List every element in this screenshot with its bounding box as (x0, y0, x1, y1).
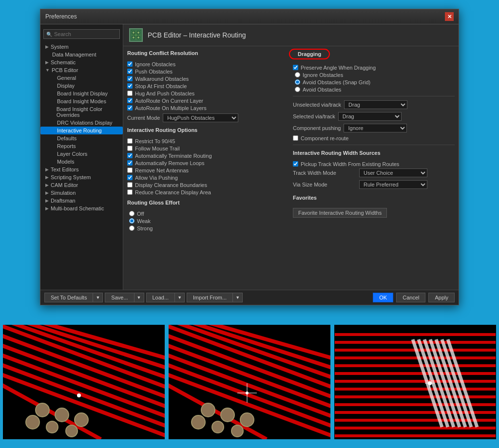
dragging-radio-row-ignore-obs: Ignore Obstacles (293, 71, 455, 78)
save-button[interactable]: Save... (105, 293, 134, 302)
autoroute-multiple-label: AutoRoute On Multiple Layers (135, 105, 207, 111)
unselected-via-row: Unselected via/trackDrag (293, 99, 455, 110)
sidebar-item-data-mgmt[interactable]: Data Management (40, 51, 123, 58)
sidebar-item-defaults[interactable]: Defaults (40, 134, 123, 142)
sidebar-item-schematic[interactable]: ▶Schematic (40, 58, 123, 66)
opt-allow-via-pushing-checkbox[interactable] (127, 175, 133, 180)
autoroute-current-label: AutoRoute On Current Layer (135, 98, 203, 104)
sidebar-item-label: Models (57, 159, 74, 165)
content-title: PCB Editor – Interactive Routing (148, 31, 246, 39)
ignore-obstacles-label: Ignore Obstacles (135, 61, 175, 67)
sidebar-item-board-insight-color[interactable]: Board Insight Color Overrides (40, 105, 123, 119)
sidebar-item-scripting[interactable]: ▶Scripting System (40, 173, 123, 181)
opt-reduce-clearance-checkbox[interactable] (127, 189, 133, 195)
sidebar-item-interactive-routing[interactable]: Interactive Routing (40, 127, 123, 134)
gloss-strong-radio[interactable] (129, 225, 134, 231)
component-reroute-checkbox[interactable] (293, 135, 298, 141)
svg-point-19 (36, 403, 49, 417)
sidebar-item-pcb-editor[interactable]: ▼PCB Editor (40, 66, 123, 74)
sidebar-item-display[interactable]: Display (40, 82, 123, 90)
arrow-icon: ▶ (45, 60, 49, 65)
load-arrow[interactable]: ▼ (174, 293, 185, 302)
preserve-angle-checkbox[interactable] (293, 65, 298, 70)
opt-remove-antennas-checkbox[interactable] (127, 168, 133, 173)
sidebar-item-label: Board Insight Modes (57, 98, 106, 104)
dialog-title: Preferences (45, 13, 77, 20)
svg-point-21 (75, 413, 88, 427)
search-input[interactable] (54, 31, 117, 37)
drag-ignore-obs-radio[interactable] (295, 72, 300, 77)
ok-button[interactable]: OK (373, 293, 393, 302)
favorites-button[interactable]: Favorite Interactive Routing Widths (293, 208, 387, 218)
option-cb-row-auto-remove-loops: Automatically Remove Loops (127, 159, 289, 167)
sidebar-item-label: Multi-board Schematic (51, 205, 104, 211)
opt-auto-terminate-checkbox[interactable] (127, 153, 133, 158)
gloss-weak-radio[interactable] (129, 218, 134, 224)
set-defaults-split: Set To Defaults ▼ (44, 293, 103, 302)
search-box[interactable]: 🔍 (43, 29, 120, 39)
sidebar-item-text-editors[interactable]: ▶Text Editors (40, 166, 123, 173)
arrow-icon: ▶ (45, 206, 49, 211)
dragging-title: Dragging (293, 50, 326, 58)
unselected-via-select[interactable]: Drag (344, 100, 407, 109)
sidebar-item-system[interactable]: ▶System (40, 43, 123, 51)
component-pushing-select[interactable]: Ignore (344, 124, 407, 132)
svg-point-2 (133, 32, 134, 34)
apply-button[interactable]: Apply (428, 293, 455, 302)
import-arrow[interactable]: ▼ (232, 293, 243, 302)
push-obstacles-checkbox[interactable] (127, 69, 133, 74)
save-arrow[interactable]: ▼ (134, 293, 144, 302)
pickup-track-checkbox[interactable] (293, 161, 298, 167)
gloss-radios: OffWeakStrong (127, 210, 289, 232)
drag-avoid-snap-radio[interactable] (295, 79, 300, 85)
options-checkboxes: Restrict To 90/45Follow Mouse TrailAutom… (127, 137, 289, 196)
footer-left: Set To Defaults ▼ Save... ▼ Load... ▼ Im… (44, 293, 243, 302)
sidebar-item-label: Board Insight Display (57, 91, 108, 96)
set-defaults-button[interactable]: Set To Defaults (44, 293, 93, 302)
conflict-cb-row-ignore-obstacles: Ignore Obstacles (127, 60, 289, 68)
sidebar-item-label: Text Editors (51, 167, 78, 172)
gloss-off-radio[interactable] (129, 211, 134, 216)
sidebar: 🔍 ▶SystemData Management▶Schematic▼PCB E… (40, 24, 123, 290)
close-button[interactable]: ✕ (445, 12, 454, 21)
sidebar-item-board-insight-modes[interactable]: Board Insight Modes (40, 97, 123, 105)
cancel-button[interactable]: Cancel (396, 293, 425, 302)
sidebar-item-cam-editor[interactable]: ▶CAM Editor (40, 181, 123, 189)
svg-point-20 (55, 408, 69, 422)
hug-push-checkbox[interactable] (127, 91, 133, 96)
sidebar-item-general[interactable]: General (40, 74, 123, 82)
opt-auto-remove-loops-checkbox[interactable] (127, 160, 133, 166)
sidebar-item-draftsman[interactable]: ▶Draftsman (40, 197, 123, 205)
opt-follow-mouse-checkbox[interactable] (127, 146, 133, 151)
autoroute-current-checkbox[interactable] (127, 98, 133, 103)
sidebar-item-multiboard[interactable]: ▶Multi-board Schematic (40, 205, 123, 212)
set-defaults-arrow[interactable]: ▼ (93, 293, 103, 302)
sidebar-item-models[interactable]: Models (40, 158, 123, 166)
current-mode-select[interactable]: HugPush Obstacles (163, 113, 238, 122)
arrow-icon: ▶ (45, 175, 49, 180)
via-size-mode-select[interactable]: Rule Preferred (359, 180, 427, 189)
sidebar-item-board-insight-display[interactable]: Board Insight Display (40, 90, 123, 97)
gloss-radio-row-off: Off (127, 210, 289, 217)
sidebar-item-drc[interactable]: DRC Violations Display (40, 119, 123, 127)
stop-first-obstacle-checkbox[interactable] (127, 83, 133, 89)
sidebar-item-label: Reports (57, 143, 76, 149)
unselected-via-label: Unselected via/track (293, 102, 341, 108)
sidebar-item-reports[interactable]: Reports (40, 142, 123, 150)
footer-right: OK Cancel Apply (373, 293, 455, 302)
import-button[interactable]: Import From... (187, 293, 232, 302)
walkaround-obstacles-checkbox[interactable] (127, 76, 133, 81)
sidebar-item-simulation[interactable]: ▶Simulation (40, 189, 123, 197)
autoroute-multiple-checkbox[interactable] (127, 105, 133, 111)
drag-avoid-obs-radio[interactable] (295, 87, 300, 92)
ignore-obstacles-checkbox[interactable] (127, 61, 133, 67)
drag-ignore-obs-label: Ignore Obstacles (303, 72, 343, 78)
opt-restrict-90-checkbox[interactable] (127, 138, 133, 144)
load-button[interactable]: Load... (146, 293, 175, 302)
sidebar-tree: ▶SystemData Management▶Schematic▼PCB Edi… (40, 43, 123, 212)
selected-via-select[interactable]: Drag (338, 112, 402, 121)
sidebar-item-layer-colors[interactable]: Layer Colors (40, 150, 123, 158)
track-width-mode-select[interactable]: User Choice (359, 168, 427, 177)
track-width-mode-row: Track Width Mode User Choice (293, 168, 455, 178)
opt-display-clearance-checkbox[interactable] (127, 182, 133, 187)
